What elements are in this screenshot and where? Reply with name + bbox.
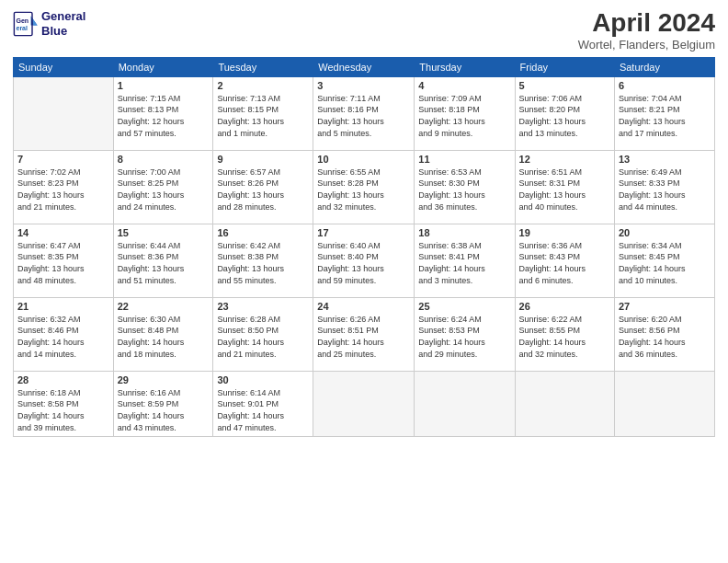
header-saturday: Saturday [614,57,714,76]
header-thursday: Thursday [415,57,515,76]
day-info: Sunrise: 6:49 AM Sunset: 8:33 PM Dayligh… [619,167,711,213]
day-info: Sunrise: 6:38 AM Sunset: 8:41 PM Dayligh… [418,240,510,286]
header: Gen eral General Blue April 2024 Wortel,… [13,9,715,52]
calendar-cell [313,371,415,436]
day-number: 21 [17,301,109,312]
day-info: Sunrise: 6:26 AM Sunset: 8:51 PM Dayligh… [317,314,410,360]
day-info: Sunrise: 6:34 AM Sunset: 8:45 PM Dayligh… [619,240,711,286]
day-info: Sunrise: 6:18 AM Sunset: 8:58 PM Dayligh… [17,387,109,433]
day-number: 28 [17,374,109,385]
day-number: 4 [418,80,510,91]
logo-line2: Blue [41,24,85,39]
calendar-cell: 6Sunrise: 7:04 AM Sunset: 8:21 PM Daylig… [614,76,714,150]
header-sunday: Sunday [14,57,114,76]
logo-line1: General [41,9,85,24]
calendar-cell [14,76,114,150]
day-number: 29 [118,374,210,385]
day-number: 5 [519,80,610,91]
calendar-cell [515,371,614,436]
day-number: 18 [418,227,510,238]
day-info: Sunrise: 6:36 AM Sunset: 8:43 PM Dayligh… [519,240,610,286]
calendar-table: Sunday Monday Tuesday Wednesday Thursday… [13,57,715,437]
day-number: 16 [217,227,309,238]
day-info: Sunrise: 6:22 AM Sunset: 8:55 PM Dayligh… [519,314,610,360]
day-number: 26 [519,301,610,312]
day-number: 19 [519,227,610,238]
day-number: 12 [519,154,610,165]
header-wednesday: Wednesday [313,57,415,76]
day-info: Sunrise: 6:53 AM Sunset: 8:30 PM Dayligh… [418,167,510,213]
day-info: Sunrise: 6:14 AM Sunset: 9:01 PM Dayligh… [217,387,309,433]
calendar-cell: 11Sunrise: 6:53 AM Sunset: 8:30 PM Dayli… [415,150,515,224]
day-number: 1 [118,80,210,91]
day-number: 10 [317,154,410,165]
calendar-cell: 15Sunrise: 6:44 AM Sunset: 8:36 PM Dayli… [113,224,213,297]
header-monday: Monday [113,57,213,76]
calendar-cell [614,371,714,436]
calendar-cell: 2Sunrise: 7:13 AM Sunset: 8:15 PM Daylig… [213,76,313,150]
day-number: 14 [17,227,109,238]
day-info: Sunrise: 7:00 AM Sunset: 8:25 PM Dayligh… [118,167,210,213]
day-number: 9 [217,154,309,165]
svg-text:Gen: Gen [17,17,29,23]
calendar-cell: 30Sunrise: 6:14 AM Sunset: 9:01 PM Dayli… [213,371,313,436]
header-tuesday: Tuesday [213,57,313,76]
calendar-cell: 25Sunrise: 6:24 AM Sunset: 8:53 PM Dayli… [415,297,515,371]
calendar-cell: 14Sunrise: 6:47 AM Sunset: 8:35 PM Dayli… [14,224,114,297]
day-info: Sunrise: 7:11 AM Sunset: 8:16 PM Dayligh… [317,93,410,139]
day-number: 20 [619,227,711,238]
calendar-cell: 10Sunrise: 6:55 AM Sunset: 8:28 PM Dayli… [313,150,415,224]
calendar-cell: 24Sunrise: 6:26 AM Sunset: 8:51 PM Dayli… [313,297,415,371]
month-title: April 2024 [578,9,715,38]
calendar-cell: 1Sunrise: 7:15 AM Sunset: 8:13 PM Daylig… [113,76,213,150]
calendar-cell: 17Sunrise: 6:40 AM Sunset: 8:40 PM Dayli… [313,224,415,297]
title-area: April 2024 Wortel, Flanders, Belgium [578,9,715,52]
calendar-cell: 28Sunrise: 6:18 AM Sunset: 8:58 PM Dayli… [14,371,114,436]
calendar-cell: 13Sunrise: 6:49 AM Sunset: 8:33 PM Dayli… [614,150,714,224]
day-number: 23 [217,301,309,312]
calendar-cell: 3Sunrise: 7:11 AM Sunset: 8:16 PM Daylig… [313,76,415,150]
calendar-cell: 23Sunrise: 6:28 AM Sunset: 8:50 PM Dayli… [213,297,313,371]
logo-text: General Blue [41,9,85,38]
day-number: 11 [418,154,510,165]
day-info: Sunrise: 7:02 AM Sunset: 8:23 PM Dayligh… [17,167,109,213]
calendar-cell: 5Sunrise: 7:06 AM Sunset: 8:20 PM Daylig… [515,76,614,150]
calendar-cell: 18Sunrise: 6:38 AM Sunset: 8:41 PM Dayli… [415,224,515,297]
calendar-cell: 12Sunrise: 6:51 AM Sunset: 8:31 PM Dayli… [515,150,614,224]
day-info: Sunrise: 6:16 AM Sunset: 8:59 PM Dayligh… [118,387,210,433]
calendar-body: 1Sunrise: 7:15 AM Sunset: 8:13 PM Daylig… [14,76,715,436]
header-friday: Friday [515,57,614,76]
day-number: 22 [118,301,210,312]
calendar-cell: 20Sunrise: 6:34 AM Sunset: 8:45 PM Dayli… [614,224,714,297]
day-info: Sunrise: 6:55 AM Sunset: 8:28 PM Dayligh… [317,167,410,213]
day-info: Sunrise: 7:06 AM Sunset: 8:20 PM Dayligh… [519,93,610,139]
calendar-cell: 19Sunrise: 6:36 AM Sunset: 8:43 PM Dayli… [515,224,614,297]
day-number: 13 [619,154,711,165]
day-info: Sunrise: 6:32 AM Sunset: 8:46 PM Dayligh… [17,314,109,360]
calendar-cell: 9Sunrise: 6:57 AM Sunset: 8:26 PM Daylig… [213,150,313,224]
calendar-cell [415,371,515,436]
calendar-cell: 16Sunrise: 6:42 AM Sunset: 8:38 PM Dayli… [213,224,313,297]
day-number: 27 [619,301,711,312]
svg-text:eral: eral [17,25,28,31]
day-number: 24 [317,301,410,312]
day-number: 3 [317,80,410,91]
day-info: Sunrise: 7:09 AM Sunset: 8:18 PM Dayligh… [418,93,510,139]
day-number: 8 [118,154,210,165]
day-number: 30 [217,374,309,385]
day-number: 15 [118,227,210,238]
day-info: Sunrise: 6:44 AM Sunset: 8:36 PM Dayligh… [118,240,210,286]
calendar-week-row: 21Sunrise: 6:32 AM Sunset: 8:46 PM Dayli… [14,297,715,371]
calendar-cell: 7Sunrise: 7:02 AM Sunset: 8:23 PM Daylig… [14,150,114,224]
day-number: 7 [17,154,109,165]
day-number: 25 [418,301,510,312]
day-info: Sunrise: 6:57 AM Sunset: 8:26 PM Dayligh… [217,167,309,213]
page: Gen eral General Blue April 2024 Wortel,… [0,0,728,563]
calendar-cell: 21Sunrise: 6:32 AM Sunset: 8:46 PM Dayli… [14,297,114,371]
day-number: 17 [317,227,410,238]
calendar-cell: 27Sunrise: 6:20 AM Sunset: 8:56 PM Dayli… [614,297,714,371]
day-info: Sunrise: 6:24 AM Sunset: 8:53 PM Dayligh… [418,314,510,360]
calendar-cell: 22Sunrise: 6:30 AM Sunset: 8:48 PM Dayli… [113,297,213,371]
calendar-week-row: 1Sunrise: 7:15 AM Sunset: 8:13 PM Daylig… [14,76,715,150]
calendar-cell: 8Sunrise: 7:00 AM Sunset: 8:25 PM Daylig… [113,150,213,224]
